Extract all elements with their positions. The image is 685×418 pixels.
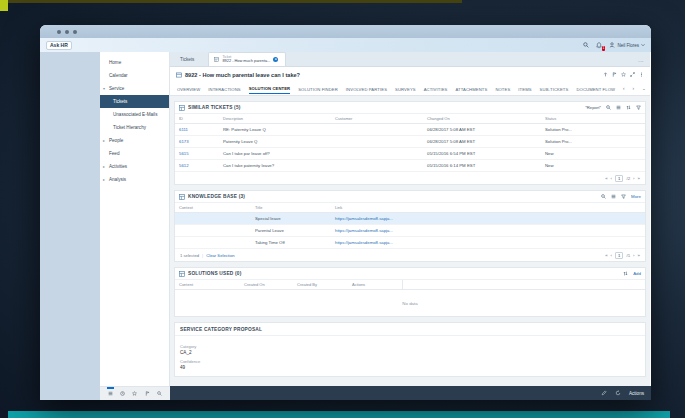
- flag-icon[interactable]: [612, 72, 617, 77]
- tab-solution-finder[interactable]: SOLUTION FINDER: [298, 84, 338, 94]
- recent-clock-icon[interactable]: [120, 391, 125, 396]
- sidebar-item-activities[interactable]: ▸Activities: [100, 160, 169, 173]
- tab-attachments[interactable]: ATTACHMENTS: [455, 84, 487, 94]
- tab-items[interactable]: ITEMS: [518, 84, 531, 94]
- next-page-icon[interactable]: ›: [633, 176, 634, 181]
- prev-page-icon[interactable]: ‹: [611, 253, 612, 258]
- sort-icon[interactable]: [626, 105, 631, 110]
- view-settings-icon[interactable]: [616, 105, 621, 110]
- clear-selection-button[interactable]: Clear Selection: [206, 253, 234, 258]
- tab-activities[interactable]: ACTIVITIES: [424, 84, 448, 94]
- page-count-label: /1: [626, 253, 630, 258]
- view-settings-icon[interactable]: [611, 194, 616, 199]
- arrow-up-icon[interactable]: [603, 72, 608, 77]
- sidebar-item-home[interactable]: Home: [100, 56, 169, 69]
- search-icon[interactable]: [157, 391, 162, 396]
- table-header: ID Description Customer Changed On Statu…: [175, 114, 645, 124]
- user-menu[interactable]: Neil Flores: [609, 42, 645, 48]
- window-close-icon[interactable]: [57, 30, 61, 34]
- ticket-id-link[interactable]: 5615: [175, 151, 219, 156]
- tab-overflow-button[interactable]: ...: [632, 57, 650, 66]
- service-category-proposal-section: SERVICE CATEGORY PROPOSAL Category CA_2 …: [174, 322, 646, 377]
- expand-icon[interactable]: [630, 72, 635, 77]
- table-row[interactable]: 6173 Paternity Leave Q 06/28/2017 5:08 A…: [175, 136, 645, 148]
- sidebar-item-tickets[interactable]: Tickets: [100, 95, 169, 108]
- filter-icon[interactable]: [636, 105, 641, 110]
- last-page-icon[interactable]: »: [638, 176, 640, 181]
- first-page-icon[interactable]: «: [605, 176, 607, 181]
- ticket-icon: [176, 72, 182, 78]
- tabs-scroll-left-icon[interactable]: ‹: [623, 86, 625, 91]
- star-icon[interactable]: [621, 72, 626, 77]
- page-number-input[interactable]: 1: [615, 252, 623, 259]
- window-titlebar[interactable]: [40, 25, 651, 38]
- more-button[interactable]: More: [631, 194, 641, 199]
- table-row[interactable]: 5612 Can I take paternity leave? 05/15/2…: [175, 160, 645, 172]
- list-view-icon[interactable]: [108, 391, 113, 396]
- actions-button[interactable]: Actions: [629, 391, 644, 396]
- kb-link[interactable]: https://jamsalesdemo8.sapja...: [331, 240, 481, 245]
- tab-notes[interactable]: NOTES: [495, 84, 510, 94]
- prev-page-icon[interactable]: ‹: [611, 176, 612, 181]
- tab-ticket-8922[interactable]: Ticket 8922 - How much parenta... ●: [208, 52, 286, 66]
- tab-overview[interactable]: OVERVIEW: [177, 84, 200, 94]
- section-title: SIMILAR TICKETS (5): [188, 105, 241, 110]
- tabs-scroll-right-icon[interactable]: ›: [633, 86, 635, 91]
- refresh-icon[interactable]: [615, 390, 621, 396]
- tab-involved-parties[interactable]: INVOLVED PARTIES: [346, 84, 387, 94]
- tab-document-flow[interactable]: DOCUMENT FLOW: [576, 84, 615, 94]
- app-header: Ask HR 1 Neil Flores: [40, 38, 651, 52]
- notifications-bell-icon[interactable]: 1: [596, 42, 602, 49]
- ticket-id-link[interactable]: 6111: [175, 127, 219, 132]
- main-content: Tickets Ticket 8922 - How much parenta..…: [170, 52, 650, 386]
- page-number-input[interactable]: 1: [615, 175, 623, 182]
- ticket-id-link[interactable]: 6173: [175, 139, 219, 144]
- sort-icon[interactable]: [623, 271, 628, 276]
- add-button[interactable]: Add: [633, 271, 641, 276]
- favorites-star-icon[interactable]: [132, 391, 137, 396]
- search-icon[interactable]: [601, 194, 606, 199]
- tab-tickets-workcenter[interactable]: Tickets: [170, 57, 208, 66]
- sidebar-item-people[interactable]: ▸People: [100, 134, 169, 147]
- first-page-icon[interactable]: «: [605, 253, 607, 258]
- sidebar-item-ticket-hierarchy[interactable]: Ticket Hierarchy: [100, 121, 169, 134]
- app-logo[interactable]: Ask HR: [46, 41, 72, 50]
- tab-pin-icon[interactable]: ●: [273, 57, 278, 62]
- tab-surveys[interactable]: SURVEYS: [395, 84, 416, 94]
- overflow-icon[interactable]: [639, 72, 644, 77]
- sidebar-item-feed[interactable]: Feed: [100, 147, 169, 160]
- sidebar-item-service[interactable]: ▾Service: [100, 82, 169, 95]
- table-header: Content Created On Created By Actions: [175, 280, 645, 290]
- sidebar-item-analysis[interactable]: ▸Analysis: [100, 173, 169, 186]
- table-row[interactable]: 6111 RE: Paternity Leave Q 06/28/2017 5:…: [175, 124, 645, 136]
- table-row[interactable]: Special leave https://jamsalesdemo8.sapj…: [175, 213, 645, 225]
- search-icon[interactable]: [583, 42, 589, 48]
- tabs-dropdown-icon[interactable]: ⌄: [642, 86, 646, 91]
- kb-link[interactable]: https://jamsalesdemo8.sapja...: [331, 216, 481, 221]
- window-minimize-icon[interactable]: [65, 30, 69, 34]
- flagged-flag-icon[interactable]: [145, 391, 150, 396]
- table-row[interactable]: 5615 Can I take par leave off? 05/15/201…: [175, 148, 645, 160]
- filter-icon[interactable]: [621, 194, 626, 199]
- table-row[interactable]: Parental Leave https://jamsalesdemo8.sap…: [175, 225, 645, 237]
- last-page-icon[interactable]: »: [638, 253, 640, 258]
- sidebar-item-unassociated-emails[interactable]: Unassociated E-Mails: [100, 108, 169, 121]
- sidebar-item-calendar[interactable]: Calendar: [100, 69, 169, 82]
- search-icon[interactable]: [606, 105, 611, 110]
- edit-pencil-icon[interactable]: [601, 390, 607, 396]
- next-page-icon[interactable]: ›: [633, 253, 634, 258]
- left-margin-panel: [40, 52, 100, 400]
- document-tabstrip: Tickets Ticket 8922 - How much parenta..…: [170, 52, 650, 67]
- ticket-id-link[interactable]: 5612: [175, 163, 219, 168]
- report-dropdown[interactable]: *Report*: [585, 105, 601, 110]
- kb-link[interactable]: https://jamsalesdemo8.sapja...: [331, 228, 481, 233]
- tab-solution-center[interactable]: SOLUTION CENTER: [249, 83, 291, 94]
- tab-interactions[interactable]: INTERACTIONS: [208, 84, 240, 94]
- selected-count: 1 selected: [180, 253, 199, 258]
- knowledge-base-section: KNOWLEDGE BASE (3) More Context: [174, 190, 646, 262]
- tab-sub-tickets[interactable]: SUB-TICKETS: [540, 84, 569, 94]
- window-maximize-icon[interactable]: [73, 30, 77, 34]
- scroll-area[interactable]: SIMILAR TICKETS (5) *Report*: [170, 96, 650, 386]
- table-row[interactable]: Taking Time Off https://jamsalesdemo8.sa…: [175, 237, 645, 249]
- page-count-label: /2: [626, 176, 630, 181]
